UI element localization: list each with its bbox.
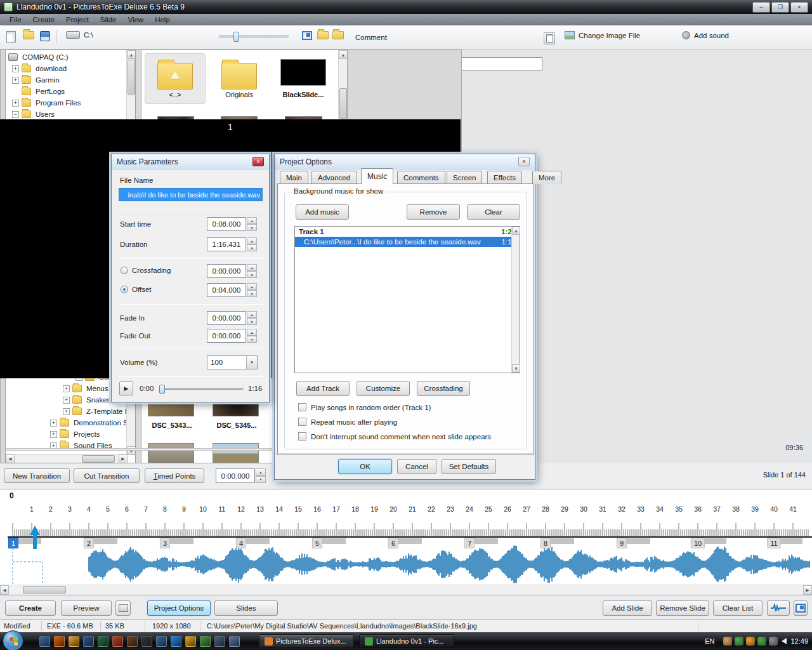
menu-slide[interactable]: Slide <box>95 15 122 25</box>
timeline-hscroll-thumb[interactable] <box>23 586 66 594</box>
slide-marker-7[interactable]: 7 <box>464 538 475 548</box>
tree-item-z-template-fo[interactable]: +Z-Template Fo <box>6 406 126 417</box>
slide-marker-8[interactable]: 8 <box>540 538 551 548</box>
tree-hscroll-thumb[interactable] <box>82 455 115 463</box>
spin-down-button[interactable]: ▼ <box>256 476 266 484</box>
play-button[interactable]: ▶ <box>119 381 133 395</box>
slide-marker-1[interactable]: 1 <box>8 538 18 548</box>
add-track-button[interactable]: Add Track <box>296 381 350 396</box>
update-icon[interactable] <box>735 637 743 646</box>
scroll-up-button[interactable]: ▲ <box>339 50 348 59</box>
tree-horizontal-scrollbar[interactable]: ◀ ▶ <box>6 454 128 463</box>
tab-more[interactable]: More <box>532 171 561 184</box>
player-slider[interactable] <box>159 388 244 390</box>
preview-button[interactable]: Preview <box>61 600 112 616</box>
offset-value[interactable]: 0:04.000 <box>207 283 246 297</box>
start-time-value[interactable]: 0:08.000 <box>207 217 246 231</box>
remove-slide-button[interactable]: Remove Slide <box>656 600 709 616</box>
clear-list-button[interactable]: Clear List <box>713 600 763 616</box>
crossfading-value[interactable]: 0:00.000 <box>207 264 246 278</box>
tree-item-users[interactable]: −Users <box>6 109 126 120</box>
timeline-panel[interactable]: 0123456789101112131415161718192021222324… <box>0 489 812 594</box>
start-button[interactable] <box>3 630 23 650</box>
photoshop-elements-icon[interactable] <box>156 636 167 647</box>
scroll-left-button[interactable]: ◀ <box>0 585 9 595</box>
tracklist-scrollbar[interactable]: ▲ ▼ <box>511 227 520 373</box>
tree-expander-icon[interactable]: + <box>63 385 70 392</box>
zoom-slider[interactable] <box>219 36 289 37</box>
slide-marker-10[interactable]: 10 <box>691 538 705 548</box>
crossfading-button[interactable]: Crossfading <box>417 381 470 396</box>
excel-icon[interactable] <box>98 636 108 647</box>
change-image-file-button[interactable]: Change Image File <box>565 31 640 39</box>
spin-up-button[interactable]: ▲ <box>247 329 257 336</box>
save-project-button[interactable] <box>40 31 50 41</box>
duration-spinner[interactable]: 1:16.431 ▲▼ <box>207 237 257 251</box>
photo-viewer-icon[interactable] <box>127 636 138 647</box>
cut-transition-button[interactable]: Cut Transition <box>74 468 140 483</box>
spin-up-button[interactable]: ▲ <box>247 217 257 224</box>
clock-sync-icon[interactable] <box>746 637 755 646</box>
waveform-view-button[interactable] <box>767 600 790 616</box>
tree-expander-icon[interactable]: − <box>12 111 19 118</box>
fade-out-spinner[interactable]: 0:00.000 ▲▼ <box>207 329 257 343</box>
tree-expander-icon[interactable]: + <box>12 100 19 107</box>
picturestoexe-icon[interactable] <box>200 636 211 647</box>
spin-up-button[interactable]: ▲ <box>256 468 266 476</box>
menu-project[interactable]: Project <box>60 15 95 25</box>
fade-in-value[interactable]: 0:00.000 <box>207 311 246 325</box>
hand-icon[interactable] <box>723 637 732 646</box>
checkbox[interactable] <box>298 432 306 441</box>
folder-up-icon[interactable] <box>157 63 193 90</box>
tree-expander-icon[interactable]: + <box>50 431 57 438</box>
slides-button[interactable]: Slides <box>214 600 278 616</box>
slide-marker-11[interactable]: 11 <box>767 538 780 548</box>
customize-button[interactable]: Customize <box>357 381 410 396</box>
tree-item-perflogs[interactable]: PerfLogs <box>6 86 126 97</box>
crossfading-spinner[interactable]: 0:00.000 ▲▼ <box>207 264 257 278</box>
ok-button[interactable]: OK <box>338 459 392 474</box>
slide-marker-9[interactable]: 9 <box>617 538 627 548</box>
close-dialog-button[interactable]: × <box>518 157 530 166</box>
track-file-row[interactable]: C:\Users\Peter...\I do like to be beside… <box>295 237 520 247</box>
new-project-button[interactable] <box>6 31 16 43</box>
add-slide-button[interactable]: Add Slide <box>603 600 652 616</box>
dropdown-arrow-icon[interactable]: ▼ <box>246 356 257 369</box>
tree-item-download[interactable]: +download <box>6 63 126 74</box>
spin-down-button[interactable]: ▼ <box>247 318 257 325</box>
slide-marker-3[interactable]: 3 <box>160 538 170 548</box>
computer-icon[interactable] <box>214 636 225 647</box>
checkbox[interactable] <box>298 418 306 426</box>
add-sound-button[interactable]: Add sound <box>682 31 729 39</box>
thumbnail-BlackSlide...[interactable] <box>280 59 326 86</box>
scroll-right-button[interactable]: ▶ <box>803 585 812 595</box>
taskbar-button-2[interactable]: Llandudno 0v1 - Pic... <box>359 634 454 648</box>
minimize-button[interactable]: – <box>752 2 770 13</box>
tree-item-snakestor[interactable]: +Snakestor <box>6 394 126 406</box>
spin-down-button[interactable]: ▼ <box>247 224 257 231</box>
close-button[interactable]: × <box>790 2 808 13</box>
file-name-field[interactable]: inals\I do like to be beside the seaside… <box>119 188 263 201</box>
window-switcher-icon[interactable] <box>229 636 240 647</box>
scroll-down-button[interactable]: ▼ <box>512 364 520 373</box>
drive-selector[interactable]: C:\ <box>66 31 93 39</box>
project-options-button[interactable]: Project Options <box>147 600 211 616</box>
slide-marker-6[interactable]: 6 <box>388 538 398 548</box>
cancel-button[interactable]: Cancel <box>397 459 436 474</box>
menu-view[interactable]: View <box>122 15 149 25</box>
volume-select[interactable]: 100 ▼ <box>207 355 258 369</box>
tree-item-demonstration-ses[interactable]: +Demonstration Ses <box>6 417 126 428</box>
language-indicator[interactable]: EN <box>705 637 714 645</box>
tab-comments[interactable]: Comments <box>397 171 445 184</box>
tab-screen[interactable]: Screen <box>447 171 482 184</box>
full-duration-button[interactable] <box>302 31 312 40</box>
network-icon[interactable] <box>769 637 778 646</box>
add-music-button[interactable]: Add music <box>296 204 349 220</box>
start-time-spinner[interactable]: 0:08.000 ▲▼ <box>207 217 257 231</box>
calendar-icon[interactable] <box>69 636 79 647</box>
menu-create[interactable]: Create <box>27 15 61 25</box>
tree-item-program-files[interactable]: +Program Files <box>6 97 126 109</box>
slide-marker-2[interactable]: 2 <box>84 538 94 548</box>
duration-value[interactable]: 1:16.431 <box>207 237 246 251</box>
close-dialog-button[interactable]: × <box>252 157 264 166</box>
